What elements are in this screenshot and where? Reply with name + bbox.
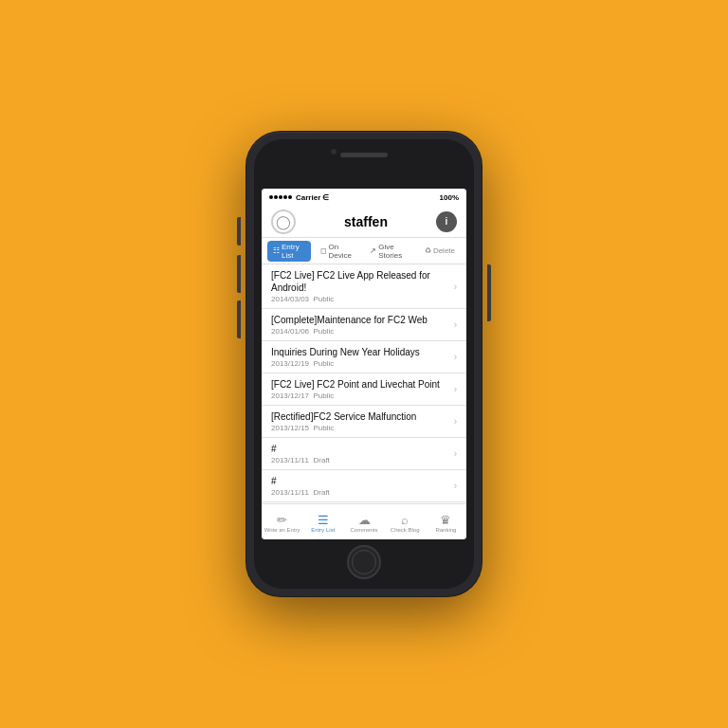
phone-outer: Carrier ∈ 100% ◯ staffen i [246, 132, 482, 596]
tab-entry-list[interactable]: ☰ Entry List [302, 504, 343, 539]
battery-area: 100% [440, 193, 459, 202]
delete-icon: ♻ [425, 246, 431, 255]
entry-arrow-0: › [454, 282, 457, 292]
signal-area: Carrier ∈ [269, 193, 332, 202]
entry-title-4: [Rectified]FC2 Service Malfunction [271, 410, 454, 423]
tab-label-2: Comments [351, 527, 378, 533]
entry-content-4: [Rectified]FC2 Service Malfunction 2013/… [271, 410, 454, 432]
volume-up-button [237, 255, 241, 293]
background: Carrier ∈ 100% ◯ staffen i [246, 132, 482, 596]
entry-meta-1: 2014/01/06 Public [271, 327, 454, 336]
nav-bar: ◯ staffen i [262, 206, 466, 238]
entry-content-3: [FC2 Live] FC2 Point and Livechat Point … [271, 378, 454, 400]
entry-content-2: Inquiries During New Year Holidays 2013/… [271, 346, 454, 368]
tab-icon-4: ♛ [440, 514, 451, 526]
wifi-icon: ∈ [322, 193, 329, 202]
tab-comments[interactable]: ☁ Comments [343, 504, 384, 539]
entry-arrow-2: › [454, 352, 457, 362]
entry-title-5: # [271, 443, 454, 455]
entry-content-1: [Complete]Maintenance for FC2 Web 2014/0… [271, 314, 454, 336]
entry-title-2: Inquiries During New Year Holidays [271, 346, 454, 358]
entry-meta-6: 2013/11/11 Draft [271, 488, 454, 497]
tab-label-1: Entry List [311, 527, 335, 533]
device-icon: ◻ [320, 246, 327, 255]
entry-title-0: [FC2 Live] FC2 Live App Released for And… [271, 269, 454, 294]
entry-arrow-1: › [454, 319, 457, 330]
camera [331, 149, 337, 155]
entry-content-5: # 2013/11/11 Draft [271, 443, 454, 464]
entry-item-0[interactable]: [FC2 Live] FC2 Live App Released for And… [262, 264, 466, 309]
entry-list-button[interactable]: ☷ Entry List [267, 241, 311, 262]
entry-item-6[interactable]: # 2013/11/11 Draft › [262, 470, 466, 502]
entry-arrow-6: › [454, 481, 457, 491]
entry-title-3: [FC2 Live] FC2 Point and Livechat Point [271, 378, 454, 391]
signal-dot4 [283, 195, 287, 199]
entry-item-4[interactable]: [Rectified]FC2 Service Malfunction 2013/… [262, 406, 466, 438]
entry-content-6: # 2013/11/11 Draft [271, 475, 454, 497]
tab-label-0: Write an Entry [264, 527, 300, 533]
tab-bar: ✏ Write an Entry ☰ Entry List ☁ Comments… [262, 503, 466, 539]
tab-write-an-entry[interactable]: ✏ Write an Entry [262, 504, 302, 539]
entry-content-0: [FC2 Live] FC2 Live App Released for And… [271, 269, 454, 303]
on-device-button[interactable]: ◻ On Device [315, 241, 361, 262]
entry-arrow-4: › [454, 416, 457, 427]
carrier-label: Carrier ∈ [296, 193, 329, 202]
entry-meta-0: 2014/03/03 Public [271, 295, 454, 303]
tab-check-blog[interactable]: ⌕ Check Blog [385, 504, 426, 539]
entry-meta-5: 2013/11/11 Draft [271, 456, 454, 464]
tab-icon-1: ☰ [318, 514, 329, 526]
nav-title: staffen [344, 214, 388, 229]
entry-item-2[interactable]: Inquiries During New Year Holidays 2013/… [262, 341, 466, 373]
signal-dot2 [274, 195, 278, 199]
home-button[interactable] [347, 545, 381, 579]
mute-button [237, 217, 241, 246]
signal-dot1 [269, 195, 273, 199]
tab-icon-2: ☁ [358, 514, 371, 526]
entry-meta-3: 2013/12/17 Public [271, 391, 454, 400]
status-bar: Carrier ∈ 100% [262, 189, 466, 206]
entry-meta-2: 2013/12/19 Public [271, 359, 454, 368]
entry-title-6: # [271, 475, 454, 487]
delete-button[interactable]: ♻ Delete [419, 245, 461, 257]
entry-item-7[interactable]: FC2 Video Gets New Header Menu 2013/11/0… [262, 502, 466, 503]
battery-percent: 100% [440, 193, 459, 202]
profile-icon[interactable]: ◯ [271, 209, 296, 234]
tab-icon-0: ✏ [277, 514, 287, 526]
signal-dot3 [279, 195, 282, 199]
tab-label-3: Check Blog [391, 527, 420, 533]
entry-item-1[interactable]: [Complete]Maintenance for FC2 Web 2014/0… [262, 309, 466, 341]
power-button [487, 264, 491, 321]
entry-arrow-3: › [454, 384, 457, 394]
list-icon: ☷ [273, 246, 280, 255]
entry-list: [FC2 Live] FC2 Live App Released for And… [262, 264, 466, 503]
entry-arrow-5: › [454, 448, 457, 459]
entry-item-3[interactable]: [FC2 Live] FC2 Point and Livechat Point … [262, 373, 466, 406]
phone-inner: Carrier ∈ 100% ◯ staffen i [254, 139, 474, 589]
tab-icon-3: ⌕ [401, 514, 409, 526]
tab-label-4: Ranking [435, 527, 456, 533]
info-icon[interactable]: i [436, 211, 457, 232]
toolbar: ☷ Entry List ◻ On Device ↗ Give Stories … [262, 238, 466, 264]
volume-down-button [237, 300, 241, 338]
entry-title-1: [Complete]Maintenance for FC2 Web [271, 314, 454, 326]
speaker [340, 153, 388, 157]
give-stories-button[interactable]: ↗ Give Stories [364, 241, 415, 262]
entry-item-5[interactable]: # 2013/11/11 Draft › [262, 438, 466, 470]
screen: Carrier ∈ 100% ◯ staffen i [262, 189, 466, 539]
entry-meta-4: 2013/12/15 Public [271, 424, 454, 432]
signal-dot5 [288, 195, 292, 199]
share-icon: ↗ [370, 246, 376, 255]
tab-ranking[interactable]: ♛ Ranking [426, 504, 466, 539]
